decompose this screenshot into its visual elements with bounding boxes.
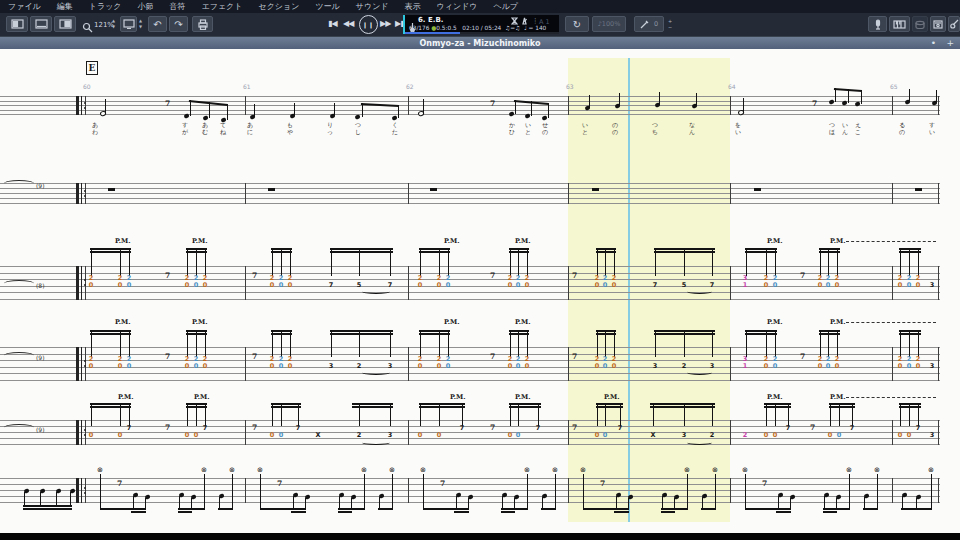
tab-fret-number[interactable]: 7 bbox=[384, 282, 396, 288]
eighth-rest[interactable]: 7 bbox=[490, 424, 495, 431]
menu-item-6[interactable]: セクション bbox=[250, 0, 307, 13]
display-mode-button[interactable] bbox=[120, 16, 137, 32]
tab-fret-number[interactable]: 7 bbox=[123, 425, 135, 431]
tab-fret-number[interactable]: 7 bbox=[614, 425, 626, 431]
display-stepper[interactable]: ▲▼ bbox=[139, 18, 142, 30]
tab-fret-number[interactable]: 7 bbox=[532, 425, 544, 431]
rewind-button[interactable]: ◀◀ bbox=[343, 19, 353, 28]
tab-fret-number[interactable]: 0 bbox=[123, 363, 135, 369]
tab-fret-number[interactable]: 0 bbox=[912, 363, 924, 369]
add-tab-button[interactable]: + bbox=[946, 37, 954, 49]
edit-pencil-button[interactable]: 0 bbox=[634, 16, 664, 32]
tab-fret-number[interactable]: 2 bbox=[353, 432, 365, 438]
tab-fret-number[interactable]: 0 bbox=[903, 432, 915, 438]
drums-icon[interactable] bbox=[912, 16, 928, 32]
open-hihat-notehead[interactable]: ⊗ bbox=[552, 467, 558, 473]
tab-fret-number[interactable]: 0 bbox=[275, 432, 287, 438]
tab-fret-number[interactable]: 7 bbox=[199, 425, 211, 431]
tab-fret-number[interactable]: 2 bbox=[706, 432, 718, 438]
tab-fret-number[interactable]: 0 bbox=[85, 363, 97, 369]
open-hihat-notehead[interactable]: ⊗ bbox=[229, 467, 235, 473]
guitar-icon[interactable] bbox=[948, 16, 960, 32]
tab-fret-number[interactable]: 1 bbox=[739, 282, 751, 288]
tab-fret-number[interactable]: 7 bbox=[292, 425, 304, 431]
half-note[interactable] bbox=[99, 110, 106, 116]
open-hihat-notehead[interactable]: ⊗ bbox=[874, 467, 880, 473]
half-note[interactable] bbox=[417, 110, 424, 116]
tab-fret-number[interactable]: 3 bbox=[926, 432, 938, 438]
eighth-note-head[interactable] bbox=[509, 112, 515, 117]
tab-fret-number[interactable]: 1 bbox=[739, 363, 751, 369]
tab-fret-number[interactable]: 7 bbox=[912, 425, 924, 431]
open-hihat-notehead[interactable]: ⊗ bbox=[257, 467, 263, 473]
tab-fret-number[interactable]: 3 bbox=[384, 363, 396, 369]
menu-item-0[interactable]: ファイル bbox=[0, 0, 49, 13]
tab-fret-number[interactable]: 0 bbox=[284, 363, 296, 369]
tab-fret-number[interactable]: 0 bbox=[284, 282, 296, 288]
eighth-rest[interactable]: 7 bbox=[165, 353, 170, 360]
tab-fret-number[interactable]: 0 bbox=[608, 282, 620, 288]
eighth-rest[interactable]: 7 bbox=[810, 424, 815, 431]
tab-fret-number[interactable]: 0 bbox=[190, 432, 202, 438]
eighth-rest[interactable]: 7 bbox=[800, 353, 805, 360]
tab-fret-number[interactable]: 3 bbox=[706, 363, 718, 369]
tab-fret-number[interactable]: 3 bbox=[649, 363, 661, 369]
tab-fret-number[interactable]: 3 bbox=[678, 432, 690, 438]
tuner-icon[interactable] bbox=[868, 16, 887, 32]
tab-fret-number[interactable]: 0 bbox=[199, 363, 211, 369]
eighth-rest[interactable]: 7 bbox=[165, 272, 170, 279]
eighth-rest[interactable]: 7 bbox=[277, 480, 282, 487]
eighth-rest[interactable]: 7 bbox=[252, 272, 257, 279]
tab-modified-dot[interactable]: • bbox=[931, 37, 936, 49]
playback-progress-track[interactable] bbox=[405, 32, 559, 34]
tab-fret-number[interactable]: 0 bbox=[123, 282, 135, 288]
tab-fret-number[interactable]: 7 bbox=[325, 282, 337, 288]
keyboard-icon[interactable] bbox=[889, 16, 910, 32]
tab-fret-number[interactable]: 0 bbox=[414, 363, 426, 369]
tab-fret-number[interactable]: 0 bbox=[833, 432, 845, 438]
section-marker[interactable]: E bbox=[86, 61, 98, 75]
menu-item-11[interactable]: ヘルプ bbox=[485, 0, 526, 13]
pause-button[interactable]: ❙❙ bbox=[359, 15, 378, 34]
tab-fret-number[interactable]: 0 bbox=[912, 282, 924, 288]
pencil-stepper[interactable]: +− bbox=[668, 18, 672, 30]
open-hihat-notehead[interactable]: ⊗ bbox=[361, 467, 367, 473]
tab-fret-number[interactable]: 0 bbox=[512, 432, 524, 438]
menu-item-2[interactable]: トラック bbox=[81, 0, 130, 13]
tab-fret-number[interactable]: 0 bbox=[769, 363, 781, 369]
open-hihat-notehead[interactable]: ⊗ bbox=[846, 467, 852, 473]
tab-fret-number[interactable]: 7 bbox=[846, 425, 858, 431]
score-page[interactable]: E(9)(8)(9)(9)606162636465あわすがあむてねあにもやりっつ… bbox=[0, 48, 960, 533]
eighth-rest[interactable]: 7 bbox=[572, 353, 577, 360]
more-options-icon[interactable]: ⋮ bbox=[532, 17, 539, 25]
open-hihat-notehead[interactable]: ⊗ bbox=[420, 467, 426, 473]
tab-fret-number[interactable]: 0 bbox=[769, 282, 781, 288]
tab-fret-number[interactable]: 0 bbox=[831, 363, 843, 369]
tab-fret-number[interactable]: 3 bbox=[325, 363, 337, 369]
zoom-value[interactable]: 121% bbox=[94, 21, 114, 29]
tab-fret-number[interactable]: 2 bbox=[353, 363, 365, 369]
whole-rest[interactable] bbox=[268, 188, 275, 191]
tab-fret-number[interactable]: 0 bbox=[414, 282, 426, 288]
eighth-rest[interactable]: 7 bbox=[252, 353, 257, 360]
layout-page-button[interactable] bbox=[6, 16, 28, 32]
tab-fret-number[interactable]: 7 bbox=[706, 282, 718, 288]
eighth-rest[interactable]: 7 bbox=[600, 480, 605, 487]
track-display-panel[interactable]: 6. E.B. ⋮ A 1 63/176 ●0.5:0.5 02:10 / 05… bbox=[403, 15, 559, 34]
tab-fret-number[interactable]: 7 bbox=[456, 425, 468, 431]
redo-button[interactable]: ↷ bbox=[169, 16, 188, 32]
fast-forward-button[interactable]: ▶▶ bbox=[380, 19, 390, 28]
tab-fret-number[interactable]: 0 bbox=[521, 363, 533, 369]
tab-fret-number[interactable]: 0 bbox=[85, 432, 97, 438]
tab-fret-number[interactable]: 0 bbox=[414, 432, 426, 438]
eighth-rest[interactable]: 7 bbox=[490, 353, 495, 360]
document-tab-title[interactable]: Onmyo-za - Mizuchinomiko bbox=[420, 39, 541, 48]
eighth-note-head[interactable] bbox=[542, 116, 548, 121]
tab-fret-number[interactable]: 0 bbox=[114, 432, 126, 438]
menu-item-4[interactable]: 音符 bbox=[162, 0, 194, 13]
whole-rest[interactable] bbox=[915, 188, 922, 191]
menu-item-3[interactable]: 小節 bbox=[130, 0, 162, 13]
eighth-rest[interactable]: 7 bbox=[165, 100, 170, 107]
whole-rest[interactable] bbox=[108, 188, 115, 191]
tab-fret-number[interactable]: 7 bbox=[649, 282, 661, 288]
